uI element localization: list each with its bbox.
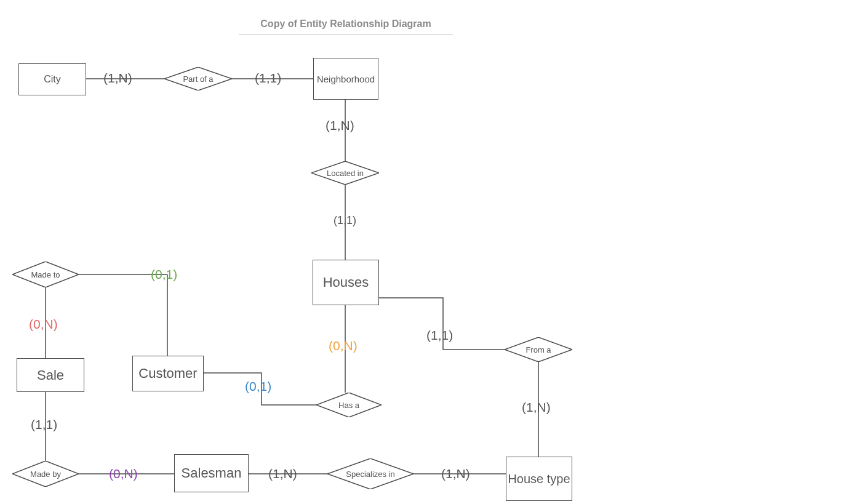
card-customer-hasa: (0,1) [245, 379, 271, 394]
card-city-partof: (1,N) [103, 71, 132, 86]
diagram-title: Copy of Entity Relationship Diagram [239, 18, 453, 35]
rel-part-of-a: Part of a [164, 67, 232, 90]
entity-city: City [18, 63, 86, 95]
er-diagram-canvas: Copy of Entity Relationship Diagram [0, 0, 867, 504]
rel-part-of-a-label: Part of a [183, 74, 213, 84]
card-housetype-froma: (1,N) [522, 400, 551, 415]
entity-salesman: Salesman [174, 454, 249, 492]
card-customer-madeto: (0,1) [151, 267, 177, 282]
rel-has-a-label: Has a [338, 401, 359, 410]
rel-specializes-in: Specializes in [327, 458, 414, 489]
card-neighborhood-located: (1,N) [326, 118, 354, 133]
card-neighborhood-partof: (1,1) [255, 71, 281, 86]
card-salesman-specializes: (1,N) [268, 466, 297, 481]
card-houses-located: (1,1) [334, 214, 356, 227]
card-houses-froma: (1,1) [426, 328, 453, 343]
entity-houses: Houses [313, 260, 379, 305]
rel-from-a: From a [505, 337, 572, 362]
rel-located-in: Located in [311, 161, 379, 185]
card-salesman-madeby: (0,N) [109, 466, 138, 481]
rel-made-by: Made by [12, 461, 79, 487]
rel-made-to-label: Made to [31, 270, 60, 279]
entity-house-type-label: House type [508, 472, 570, 486]
entity-house-type: House type [506, 457, 572, 501]
rel-made-by-label: Made by [30, 470, 61, 479]
entity-sale: Sale [17, 358, 84, 392]
rel-from-a-label: From a [525, 345, 551, 354]
rel-located-in-label: Located in [327, 169, 364, 178]
card-sale-madeto: (0,N) [29, 317, 58, 332]
entity-neighborhood: Neighborhood [313, 58, 378, 100]
card-housetype-specializes: (1,N) [441, 466, 470, 481]
card-sale-madeby: (1,1) [31, 417, 57, 432]
rel-has-a: Has a [316, 393, 382, 417]
entity-customer: Customer [132, 356, 204, 391]
card-houses-hasa: (0,N) [329, 338, 358, 353]
rel-specializes-in-label: Specializes in [346, 470, 395, 479]
rel-made-to: Made to [12, 262, 79, 287]
